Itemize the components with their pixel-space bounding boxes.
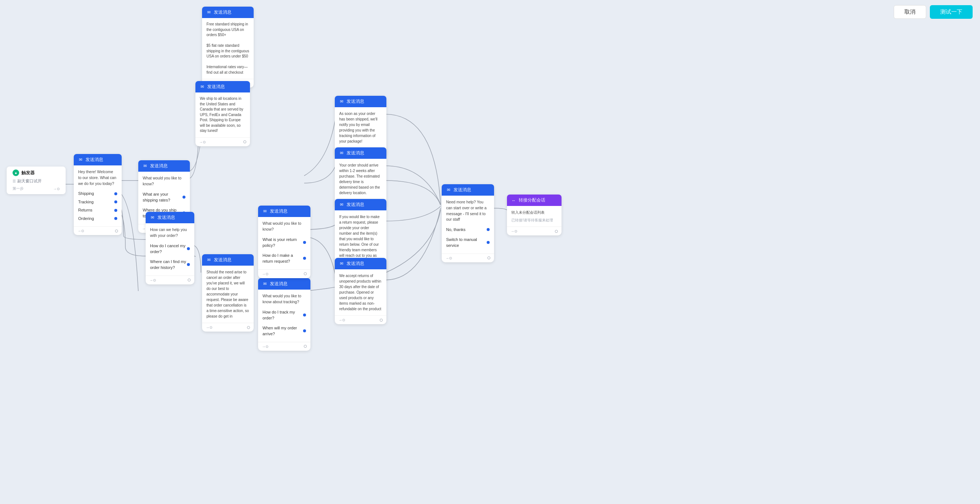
more-help-body: Need more help? You can start over or wr… bbox=[442, 196, 494, 254]
shipping-rates-node: ✉ 发送消息 Free standard shipping in the con… bbox=[202, 6, 254, 88]
start-footer: 第一步 →⊙ bbox=[13, 186, 60, 191]
transfer-footer: →⊙ bbox=[507, 227, 562, 235]
shipping-locations-header: ✉ 发送消息 bbox=[196, 81, 250, 92]
tracking-menu-header: ✉ 发送消息 bbox=[258, 278, 310, 290]
ordering-menu-label: 发送消息 bbox=[158, 214, 175, 221]
return-policy-node: ✉ 发送消息 We accept returns of unopened pro… bbox=[335, 258, 387, 324]
more-help-footer: →⊙ bbox=[442, 254, 494, 262]
cancel-button[interactable]: 取消 bbox=[894, 5, 926, 19]
start-icon: ● bbox=[13, 170, 19, 176]
more-help-opt-manual: Switch to manual service bbox=[446, 235, 490, 250]
tracking-arrival-body: Your order should arrive within 1-2 week… bbox=[335, 159, 387, 199]
step-label: 第一步 bbox=[13, 186, 24, 191]
return-policy-body: We accept returns of unopened products w… bbox=[335, 269, 387, 315]
tracking-menu-node: ✉ 发送消息 What would you like to know about… bbox=[258, 278, 310, 351]
returns-opt-request: How do I make a return request? bbox=[262, 251, 306, 266]
start-node: ● 触发器 ☰ 副天窗口试开 第一步 →⊙ bbox=[6, 166, 66, 194]
tracking-opt-arrive: When will my order arrive? bbox=[262, 324, 306, 338]
transfer-node: ↔ 转接分配会话 转入未分配会话列表 已转接!请等待客服来处理 →⊙ bbox=[507, 195, 562, 235]
ordering-menu-header: ✉ 发送消息 bbox=[146, 212, 194, 223]
shipping-rates-body: Free standard shipping in the contiguous… bbox=[202, 18, 254, 79]
tracking-menu-q: What would you like to know about tracki… bbox=[262, 293, 306, 305]
tracking-info-header: ✉ 发送消息 bbox=[335, 96, 387, 107]
cancel-order-body: Should the need arise to cancel an order… bbox=[202, 266, 254, 323]
cancel-order-label: 发送消息 bbox=[214, 257, 232, 263]
returns-menu-node: ✉ 发送消息 What would you like to know? What… bbox=[258, 206, 310, 278]
welcome-header-label: 发送消息 bbox=[86, 157, 103, 163]
option-returns: Returns bbox=[78, 206, 117, 214]
tracking-menu-label: 发送消息 bbox=[270, 281, 288, 287]
tracking-menu-footer: →⊙ bbox=[258, 342, 310, 351]
more-help-opt-no: No, thanks bbox=[446, 225, 490, 234]
option-tracking: Tracking bbox=[78, 198, 117, 206]
option-ordering: Ordering bbox=[78, 214, 117, 223]
tracking-menu-body: What would you like to know about tracki… bbox=[258, 290, 310, 342]
shipping-locations-node: ✉ 发送消息 We ship to all locations in the U… bbox=[196, 81, 250, 146]
welcome-node: ✉ 发送消息 Hey there! Welcome to our store. … bbox=[74, 154, 122, 235]
return-policy-label: 发送消息 bbox=[347, 260, 364, 267]
welcome-header: ✉ 发送消息 bbox=[74, 154, 122, 165]
start-sub-label: 副天窗口试开 bbox=[18, 178, 42, 184]
start-sub: ☰ 副天窗口试开 bbox=[13, 178, 60, 184]
tracking-info-body: As soon as your order has been shipped, … bbox=[335, 107, 387, 148]
returns-menu-body: What would you like to know? What is you… bbox=[258, 217, 310, 269]
tracking-opt-track: How do I track my order? bbox=[262, 308, 306, 322]
ordering-menu-node: ✉ 发送消息 How can we help you with your ord… bbox=[146, 212, 194, 284]
return-request-header: ✉ 发送消息 bbox=[335, 199, 387, 210]
transfer-header: ↔ 转接分配会话 bbox=[507, 195, 562, 206]
ordering-menu-body: How can we help you with your order? How… bbox=[146, 223, 194, 276]
returns-opt-policy: What is your return policy? bbox=[262, 235, 306, 250]
shipping-locations-body: We ship to all locations in the United S… bbox=[196, 92, 250, 138]
welcome-body: Hey there! Welcome to our store. What ca… bbox=[74, 165, 122, 226]
welcome-footer: →⊙ bbox=[74, 226, 122, 235]
cancel-order-footer: →⊙ bbox=[202, 323, 254, 331]
return-policy-footer: →⊙ bbox=[335, 315, 387, 324]
ordering-q: How can we help you with your order? bbox=[150, 227, 190, 239]
returns-menu-header: ✉ 发送消息 bbox=[258, 206, 310, 217]
return-policy-header: ✉ 发送消息 bbox=[335, 258, 387, 269]
shipping-opt-rates: What are your shipping rates? bbox=[143, 190, 185, 204]
shipping-rates-label: 发送消息 bbox=[214, 9, 232, 16]
start-header: ● 触发器 bbox=[13, 170, 60, 176]
shipping-rates-header: ✉ 发送消息 bbox=[202, 6, 254, 18]
ordering-opt-cancel: How do I cancel my order? bbox=[150, 242, 190, 256]
tracking-info-label: 发送消息 bbox=[347, 98, 364, 105]
shipping-menu-label: 发送消息 bbox=[150, 163, 168, 169]
shipping-menu-header: ✉ 发送消息 bbox=[138, 160, 190, 172]
ordering-menu-footer: →⊙ bbox=[146, 276, 194, 284]
returns-menu-footer: →⊙ bbox=[258, 269, 310, 278]
tracking-arrival-header: ✉ 发送消息 bbox=[335, 147, 387, 159]
returns-menu-label: 发送消息 bbox=[270, 208, 288, 214]
option-shipping: Shipping bbox=[78, 189, 117, 198]
shipping-locations-label: 发送消息 bbox=[207, 84, 225, 90]
welcome-text: Hey there! Welcome to our store. What ca… bbox=[78, 169, 117, 186]
cancel-order-node: ✉ 发送消息 Should the need arise to cancel a… bbox=[202, 254, 254, 331]
test-button[interactable]: 测试一下 bbox=[930, 5, 973, 19]
top-bar: 取消 测试一下 bbox=[886, 0, 980, 24]
start-title: 触发器 bbox=[21, 170, 35, 176]
cancel-order-header: ✉ 发送消息 bbox=[202, 254, 254, 266]
shipping-menu-q: What would you like to know? bbox=[143, 175, 185, 187]
more-help-node: ✉ 发送消息 Need more help? You can start ove… bbox=[442, 184, 494, 262]
transfer-label: 转接分配会话 bbox=[519, 197, 545, 203]
tracking-arrival-label: 发送消息 bbox=[347, 150, 364, 156]
more-help-header: ✉ 发送消息 bbox=[442, 184, 494, 196]
return-request-label: 发送消息 bbox=[347, 201, 364, 208]
returns-menu-q: What would you like to know? bbox=[262, 221, 306, 233]
shipping-locations-footer: →⊙ bbox=[196, 138, 250, 146]
more-help-text: Need more help? You can start over or wr… bbox=[446, 199, 490, 222]
transfer-body: 转入未分配会话列表 已转接!请等待客服来处理 bbox=[507, 206, 562, 227]
more-help-label: 发送消息 bbox=[453, 187, 471, 193]
ordering-opt-history: Where can I find my order history? bbox=[150, 258, 190, 272]
